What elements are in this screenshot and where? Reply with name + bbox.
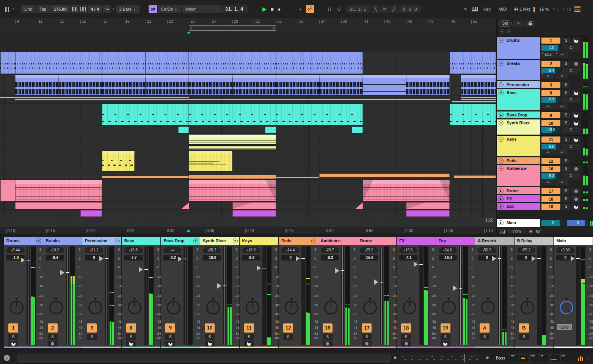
solo-button[interactable]: S (362, 334, 372, 340)
clip[interactable] (461, 99, 496, 100)
set-button[interactable]: Set (499, 20, 511, 27)
mixer-strip-header[interactable]: Drums▼ (4, 237, 43, 245)
mixer-strip-bass[interactable]: Bass-10.8-7.76061218243036424854608S (122, 237, 161, 348)
key-signature-icon[interactable]: b# (149, 5, 157, 13)
pan-knob[interactable] (442, 301, 456, 314)
clip-preview-play-icon[interactable]: ▶ (394, 355, 397, 359)
clip[interactable] (102, 104, 189, 125)
track-header-synth-riser[interactable]: ▼Synth Riser10S-18.0C (497, 119, 593, 135)
main-track-lane[interactable] (0, 217, 496, 228)
clip[interactable] (189, 104, 276, 125)
clip[interactable] (181, 202, 189, 209)
track-number-badge[interactable]: 2 (541, 61, 560, 67)
volume-value-field[interactable]: -9.4 (46, 255, 64, 260)
fader-handle[interactable] (335, 268, 339, 273)
clip[interactable] (232, 210, 276, 217)
fader-track[interactable] (144, 246, 148, 345)
menu-hamburger-icon[interactable] (574, 6, 580, 12)
pan-button[interactable]: C (562, 127, 580, 133)
mixer-strip-header[interactable]: Pads≡ (279, 237, 318, 245)
clip[interactable] (15, 75, 59, 95)
solo-button[interactable]: S (244, 334, 254, 340)
track-name-area[interactable]: ▼Synth Riser (497, 119, 540, 135)
tempo-field[interactable]: 175.00 (50, 5, 70, 13)
clip[interactable] (102, 52, 146, 74)
track-header-zap[interactable]: ▶Zap19S (497, 202, 593, 210)
record-arm-icon[interactable] (362, 341, 372, 347)
loop-brace[interactable]: ▷◁ (189, 25, 276, 31)
clip[interactable]: ⋯ (0, 52, 15, 74)
track-number-badge[interactable]: 3 (541, 82, 560, 88)
quantize-menu[interactable]: 2 Bars ▾ (116, 5, 140, 13)
fader-handle[interactable] (414, 262, 418, 267)
solo-button[interactable]: S (480, 334, 489, 340)
clip[interactable] (355, 202, 363, 209)
cue-icon[interactable] (205, 341, 215, 347)
track-header-fx[interactable]: ▶FX18S (497, 195, 593, 202)
fader-track[interactable] (537, 246, 541, 345)
peak-level-badge[interactable]: -0.30 (556, 247, 574, 253)
punch-out-icon[interactable]: ╱ (390, 5, 398, 13)
track-number-badge[interactable]: 1 (541, 38, 560, 44)
mixer-strip-header[interactable]: FX (397, 237, 436, 245)
loop-start-field[interactable]: 25. 1. 1 (346, 5, 370, 13)
track-header-bass[interactable]: ▼Bass8S-7.7C-∞-∞ (497, 89, 593, 110)
mixer-strip-header[interactable]: Keys (240, 237, 279, 245)
history-forward-icon[interactable]: → (506, 28, 511, 34)
chev-down-icon[interactable]: ▼ (499, 121, 504, 126)
clip[interactable] (450, 104, 496, 125)
track-number-badge[interactable]: 8 (541, 90, 560, 96)
track-lane-bass-drop[interactable] (0, 126, 496, 133)
draw-mode-pencil-icon[interactable]: ✎ (462, 5, 469, 13)
volume-value-field[interactable]: -18.0 (203, 255, 221, 260)
track-number-badge[interactable]: 19 (441, 323, 450, 333)
overdub-plus-icon[interactable]: + (296, 5, 304, 13)
clip[interactable] (452, 101, 496, 102)
track-number-badge[interactable]: 16 (323, 323, 333, 333)
fader-track[interactable] (301, 246, 305, 345)
fader-handle[interactable] (453, 286, 457, 291)
info-icon[interactable]: i (4, 355, 10, 361)
solo-button[interactable]: S (48, 334, 58, 340)
solo-button[interactable]: S (562, 158, 570, 164)
volume-slider[interactable]: -7.7 (541, 97, 560, 103)
track-lane-synth-riser[interactable] (0, 134, 496, 150)
pan-button[interactable]: C (562, 144, 580, 150)
cue-icon[interactable] (572, 120, 580, 126)
metronome-caret-icon[interactable]: ▾ (111, 8, 115, 11)
fader-handle[interactable] (21, 257, 25, 263)
mixer-strip-a-reverb[interactable]: A Reverb-50.90606121824303642485460AS (475, 237, 514, 348)
fader-handle[interactable] (492, 256, 496, 261)
track-lane-keys[interactable] (0, 151, 496, 171)
pan-knob[interactable] (521, 301, 534, 314)
main-collapse-icon[interactable]: ▶ (499, 220, 504, 225)
record-arm-icon[interactable] (572, 166, 580, 172)
main-volume-field[interactable]: 0 (541, 220, 565, 226)
fader-handle[interactable] (178, 256, 182, 262)
clip[interactable] (189, 135, 276, 149)
insert-marker-bottom-icon[interactable] (187, 229, 190, 232)
key-map-button[interactable]: Key (480, 5, 494, 13)
record-button[interactable]: ● (278, 6, 281, 12)
crossfade-knob[interactable] (560, 301, 573, 314)
solo-button[interactable]: S (401, 334, 411, 340)
key-root-menu[interactable]: C#/Db ▾ (158, 5, 181, 13)
menu-icon[interactable]: ≡ (311, 238, 316, 243)
mixer-strip-header[interactable]: Synth Riser▼ (200, 237, 239, 245)
clip[interactable] (232, 202, 276, 209)
punch-brackets-icon[interactable]: ⌊⌋ (326, 5, 333, 13)
mixer-strip-keys[interactable]: Keys-16.0-6.660612182430364248546011S (240, 237, 279, 348)
chev-right-icon[interactable]: ▶ (499, 204, 504, 209)
send-b-field[interactable]: -∞ (555, 149, 568, 155)
send-b-field[interactable]: -∞ (555, 104, 568, 109)
computer-midi-keyboard-icon[interactable] (472, 7, 478, 11)
time-ruler[interactable]: 0:100:150:200:250:300:350:400:450:500:55… (0, 228, 496, 234)
peak-level-badge[interactable]: -29.7 (321, 247, 339, 253)
clip[interactable] (15, 99, 450, 100)
chev-right-icon[interactable]: ▶ (499, 113, 504, 118)
track-number-badge[interactable]: 8 (126, 323, 136, 333)
history-back-icon[interactable]: ← (499, 28, 505, 34)
peak-level-badge[interactable]: -24.6 (439, 247, 457, 253)
fader-track[interactable] (105, 246, 108, 345)
punch-in-icon[interactable]: ╲ (372, 5, 380, 13)
